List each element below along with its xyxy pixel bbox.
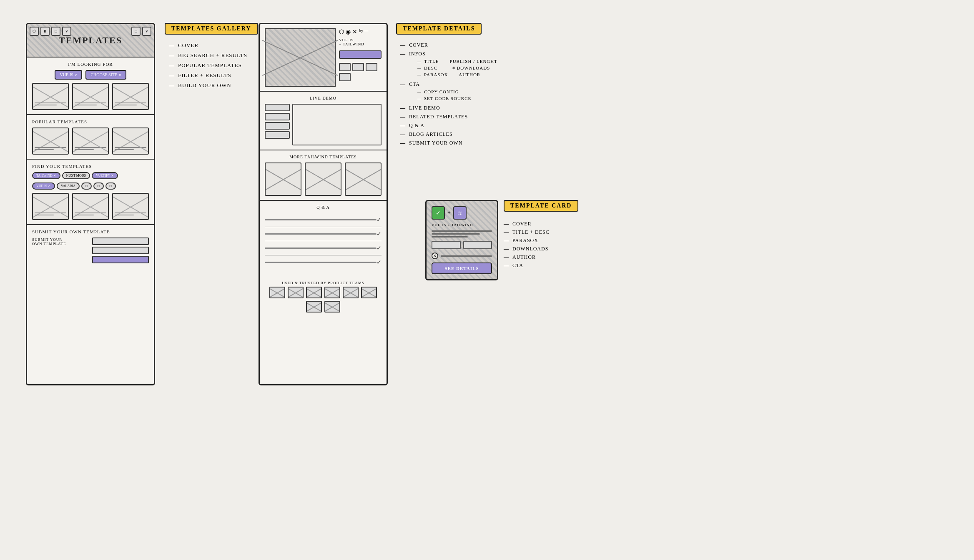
tcw-box-2	[463, 241, 492, 249]
tcw-tailwind-icon: ≋	[453, 206, 467, 220]
icon-right1: □	[131, 27, 141, 36]
template-card-3	[345, 162, 382, 196]
tcw-icons-row: ✓ + ≋	[432, 206, 492, 220]
more-templates-title: MORE TAILWIND TEMPLATES	[265, 155, 382, 159]
tcw-close-icon: ✕	[432, 252, 438, 259]
template-used-list: COVER TITLE + DESC PARASOX DOWNLOADS AUT…	[504, 221, 550, 271]
b-icon: B	[40, 27, 50, 36]
see-details-button[interactable]: SEE DETAILS	[432, 262, 492, 274]
infos-title: TITLE PUBLISH / LENGHT	[417, 59, 497, 64]
demo-sidebar-item-2	[265, 113, 290, 120]
mw-cover-button[interactable]	[339, 50, 382, 59]
infos-parasox: PARASOX AUTHOR	[417, 72, 497, 77]
find-cards	[32, 193, 149, 220]
used-author: AUTHOR	[504, 254, 550, 260]
vuejs-tailwind-label: VUE JS+ TAILWIND	[339, 38, 382, 46]
trusted-avatar-5	[343, 287, 359, 298]
cta-sublist: COPY CONFIG SET CODE SOURCE	[417, 89, 471, 101]
mw-qa-section: Q & A ✓ ✓ ✓ ✓	[260, 201, 387, 273]
mw-cover-icons: ⬡ ◉ ✕ by —	[339, 28, 382, 35]
filter-tailwind[interactable]: TAILWIND ✕	[32, 172, 60, 179]
popular-card-3	[112, 128, 149, 155]
details-section: TEMPLATE DETAILS COVER INFOS TITLE PUBLI…	[396, 23, 555, 149]
detail-related: RELATED TEMPLATES	[400, 114, 555, 120]
by-label: by —	[359, 28, 369, 35]
cta-source: SET CODE SOURCE	[417, 96, 471, 101]
filter-extra3[interactable]: □	[105, 182, 116, 190]
template-used-label: TEMPLATE CARD	[504, 200, 578, 212]
template-card-2	[305, 162, 341, 196]
mw-cover: ⬡ ◉ ✕ by — VUE JS+ TAILWIND	[265, 28, 382, 87]
logo-icon: ⬡	[30, 27, 39, 36]
details-list: COVER INFOS TITLE PUBLISH / LENGHT DESC …	[400, 42, 555, 146]
filter-valaria[interactable]: VALARIA	[57, 182, 80, 190]
choose-site-dropdown[interactable]: CHOOSE SITE ∨	[85, 70, 126, 80]
lw-submit-section: SUBMIT YOUR OWN TEMPLATE SUBMIT YOUROWN …	[27, 225, 154, 268]
small-box-2	[352, 63, 364, 71]
mw-cover-small-boxes	[339, 63, 382, 81]
qa-line-4	[265, 262, 377, 263]
filter-extra2[interactable]: □	[93, 182, 104, 190]
infos-sublist: TITLE PUBLISH / LENGHT DESC # DOWNLOADS …	[417, 59, 497, 77]
popular-card-1	[32, 128, 69, 155]
trusted-avatar-8	[324, 301, 340, 312]
qa-item-3[interactable]: ✓	[265, 241, 382, 255]
looking-for-label: I'M LOOKING FOR	[32, 62, 149, 67]
demo-sidebar-item-1	[265, 104, 290, 111]
tcw-boxes-row	[432, 241, 492, 249]
check-icon-1: ✓	[377, 216, 382, 223]
small-box-4	[339, 73, 351, 81]
lw-header-icons: ⬡ B □ V	[30, 27, 71, 36]
lw-card-1	[32, 83, 69, 110]
v-icon: V	[62, 27, 71, 36]
find-title: FIND YOUR TEMPLATES	[32, 164, 149, 169]
trusted-avatar-6	[361, 287, 377, 298]
template-card-1	[265, 162, 301, 196]
used-parasox: PARASOX	[504, 238, 550, 244]
lw-card-3	[112, 83, 149, 110]
vuejs-dropdown[interactable]: VUE JS ∨	[55, 70, 82, 80]
detail-live-demo: LIVE DEMO	[400, 105, 555, 111]
icon-right2: V	[142, 27, 151, 36]
popular-card-2	[72, 128, 109, 155]
qa-item-1[interactable]: ✓	[265, 213, 382, 227]
vuejs-circle-icon: ⬡	[339, 28, 344, 35]
lw-featured-cards	[32, 83, 149, 110]
submit-text: SUBMIT YOUROWN TEMPLATE	[32, 238, 89, 246]
submit-form	[92, 238, 149, 263]
trusted-avatar-3	[306, 287, 322, 298]
demo-sidebar-item-4	[265, 131, 290, 139]
filter-vuetify[interactable]: VUETIFY ✕	[92, 172, 118, 179]
detail-infos: INFOS TITLE PUBLISH / LENGHT DESC # DOWN…	[400, 51, 555, 79]
qa-item-4[interactable]: ✓	[265, 255, 382, 269]
filter-nuxt[interactable]: NUXT MODS	[62, 172, 90, 179]
lw-dropdowns: VUE JS ∨ CHOOSE SITE ∨	[32, 70, 149, 80]
mw-live-demo-section: LIVE DEMO	[260, 92, 387, 150]
filter-vuejs[interactable]: VUE JS ✓	[32, 182, 55, 190]
check-icon-3: ✓	[377, 245, 382, 252]
popular-title: POPULAR TEMPLATES	[32, 119, 149, 124]
tcw-box-1	[432, 241, 461, 249]
lw-looking-for-section: I'M LOOKING FOR VUE JS ∨ CHOOSE SITE ∨	[27, 58, 154, 115]
mw-cover-section: ⬡ ◉ ✕ by — VUE JS+ TAILWIND	[260, 24, 387, 92]
left-wireframe-title: TEMPLATES	[59, 35, 122, 46]
trusted-avatar-1	[269, 287, 285, 298]
used-cta: CTA	[504, 262, 550, 269]
qa-title: Q & A	[265, 205, 382, 210]
small-box-3	[366, 63, 377, 71]
small-box-1	[339, 63, 351, 71]
box-icon: □	[51, 27, 60, 36]
mw-demo-sidebar	[265, 104, 290, 145]
gallery-label: TEMPLATES GALLERY	[165, 23, 258, 35]
qa-item-2[interactable]: ✓	[265, 227, 382, 241]
tcw-lines	[432, 230, 492, 238]
filter-extra1[interactable]: □	[81, 182, 92, 190]
check-icon-2: ✓	[377, 230, 382, 238]
tcw-vuejs-tailwind: VUE JS + TAILWIND	[432, 223, 492, 227]
left-wireframe: ⬡ B □ V TEMPLATES □ V I'M LOOKING FOR VU…	[26, 23, 155, 385]
popular-cards	[32, 128, 149, 155]
detail-cover: COVER	[400, 42, 555, 48]
qa-line-2	[265, 233, 377, 235]
detail-blog: BLOG ARTICLES	[400, 131, 555, 138]
mw-template-cards	[265, 162, 382, 196]
